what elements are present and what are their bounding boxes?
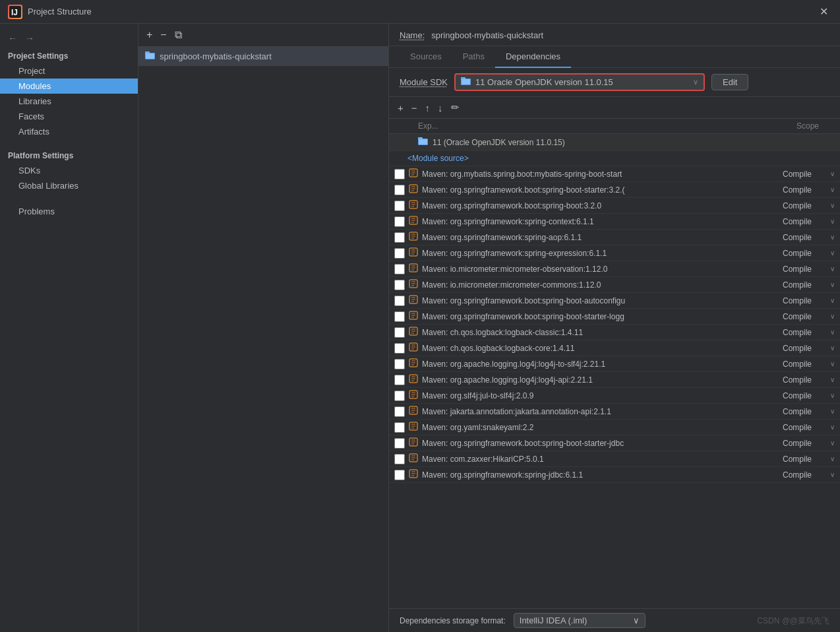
deps-remove-button[interactable]: −: [408, 100, 421, 115]
dep-scope-arrow-4[interactable]: ∨: [830, 234, 835, 241]
dep-row-4[interactable]: Maven: org.springframework:spring-aop:6.…: [389, 230, 840, 245]
dep-checkbox-14[interactable]: [394, 391, 405, 401]
sidebar-item-problems[interactable]: Problems: [0, 204, 138, 219]
dep-row-1[interactable]: Maven: org.springframework.boot:spring-b…: [389, 182, 840, 198]
dep-row-5[interactable]: Maven: org.springframework:spring-expres…: [389, 245, 840, 261]
dep-checkbox-15[interactable]: [394, 406, 405, 417]
tab-dependencies[interactable]: Dependencies: [495, 46, 571, 68]
dep-row-15[interactable]: Maven: jakarta.annotation:jakarta.annota…: [389, 404, 840, 420]
dep-scope-arrow-19[interactable]: ∨: [830, 471, 835, 478]
forward-button[interactable]: →: [22, 32, 37, 45]
dep-row-3[interactable]: Maven: org.springframework:spring-contex…: [389, 214, 840, 230]
dep-scope-arrow-7[interactable]: ∨: [830, 281, 835, 288]
project-structure-dialog: IJ Project Structure ✕ ← → Project Setti…: [0, 0, 840, 632]
dep-row-7[interactable]: Maven: io.micrometer:micrometer-commons:…: [389, 277, 840, 293]
dep-scope-arrow-6[interactable]: ∨: [830, 265, 835, 272]
deps-add-button[interactable]: +: [394, 100, 407, 115]
back-button[interactable]: ←: [5, 32, 20, 45]
dep-scope-arrow-12[interactable]: ∨: [830, 360, 835, 367]
deps-edit-button[interactable]: ✏: [448, 100, 463, 115]
dep-checkbox-11[interactable]: [394, 343, 405, 354]
dep-row-12[interactable]: Maven: org.apache.logging.log4j:log4j-to…: [389, 356, 840, 372]
dep-row-17[interactable]: Maven: org.springframework.boot:spring-b…: [389, 435, 840, 451]
sidebar-item-modules[interactable]: Modules: [0, 79, 138, 94]
deps-up-button[interactable]: ↑: [422, 100, 434, 115]
dep-scope-arrow-14[interactable]: ∨: [830, 392, 835, 399]
dep-scope-arrow-10[interactable]: ∨: [830, 329, 835, 336]
dep-row-6[interactable]: Maven: io.micrometer:micrometer-observat…: [389, 261, 840, 277]
sdk-dropdown[interactable]: 11 Oracle OpenJDK version 11.0.15 ∨: [454, 73, 705, 91]
dep-scope-arrow-2[interactable]: ∨: [830, 202, 835, 209]
dep-checkbox-7[interactable]: [394, 280, 405, 290]
deps-down-button[interactable]: ↓: [435, 100, 446, 115]
dep-scope-19: Compile: [783, 470, 829, 480]
sidebar-item-facets[interactable]: Facets: [0, 109, 138, 124]
storage-format-dropdown[interactable]: IntelliJ IDEA (.iml) ∨: [514, 613, 645, 628]
dep-row-19[interactable]: Maven: org.springframework:spring-jdbc:6…: [389, 467, 840, 483]
dep-scope-arrow-8[interactable]: ∨: [830, 297, 835, 304]
sidebar-item-sdks[interactable]: SDKs: [0, 163, 138, 178]
right-panel: Name: springboot-mybatis-quickstart Sour…: [389, 24, 840, 632]
dep-scope-6: Compile: [783, 265, 829, 274]
dep-scope-arrow-15[interactable]: ∨: [830, 408, 835, 415]
remove-module-button[interactable]: −: [158, 28, 169, 42]
dep-checkbox-19[interactable]: [394, 470, 405, 480]
dep-checkbox-3[interactable]: [394, 216, 405, 227]
jdk-entry-row: 11 (Oracle OpenJDK version 11.0.15): [389, 134, 840, 151]
dep-row-10[interactable]: Maven: ch.qos.logback:logback-classic:1.…: [389, 325, 840, 340]
dep-checkbox-16[interactable]: [394, 422, 405, 433]
dep-scope-arrow-0[interactable]: ∨: [830, 170, 835, 177]
dep-row-14[interactable]: Maven: org.slf4j:jul-to-slf4j:2.0.9 Comp…: [389, 388, 840, 404]
dep-scope-arrow-16[interactable]: ∨: [830, 424, 835, 431]
dep-row-0[interactable]: Maven: org.mybatis.spring.boot:mybatis-s…: [389, 166, 840, 182]
dep-scope-arrow-17[interactable]: ∨: [830, 439, 835, 447]
dep-checkbox-5[interactable]: [394, 248, 405, 259]
dep-checkbox-12[interactable]: [394, 359, 405, 369]
dep-checkbox-4[interactable]: [394, 232, 405, 243]
copy-module-button[interactable]: ⧉: [172, 28, 185, 42]
add-module-button[interactable]: +: [144, 28, 155, 42]
dep-scope-arrow-5[interactable]: ∨: [830, 249, 835, 257]
module-folder-icon: [145, 51, 156, 62]
dep-scope-arrow-11[interactable]: ∨: [830, 344, 835, 352]
deps-header: Exp... Scope: [389, 119, 840, 134]
dep-scope-arrow-3[interactable]: ∨: [830, 218, 835, 225]
dep-checkbox-17[interactable]: [394, 438, 405, 449]
dep-row-9[interactable]: Maven: org.springframework.boot:spring-b…: [389, 309, 840, 325]
tab-sources[interactable]: Sources: [400, 46, 452, 68]
tab-paths[interactable]: Paths: [452, 46, 495, 68]
dep-checkbox-10[interactable]: [394, 327, 405, 338]
sidebar-item-global-libraries[interactable]: Global Libraries: [0, 178, 138, 193]
dep-scope-18: Compile: [783, 455, 829, 464]
dep-row-2[interactable]: Maven: org.springframework.boot:spring-b…: [389, 198, 840, 214]
dep-maven-icon-0: [409, 168, 418, 179]
dep-checkbox-9[interactable]: [394, 311, 405, 322]
dep-checkbox-2[interactable]: [394, 201, 405, 211]
dep-row-11[interactable]: Maven: ch.qos.logback:logback-core:1.4.1…: [389, 340, 840, 356]
dep-maven-icon-7: [409, 279, 418, 290]
dep-scope-arrow-13[interactable]: ∨: [830, 376, 835, 383]
dep-row-8[interactable]: Maven: org.springframework.boot:spring-b…: [389, 293, 840, 309]
dep-row-18[interactable]: Maven: com.zaxxer:HikariCP:5.0.1 Compile…: [389, 451, 840, 467]
sdk-edit-button[interactable]: Edit: [711, 74, 748, 90]
sidebar-item-artifacts[interactable]: Artifacts: [0, 124, 138, 139]
dep-maven-icon-11: [409, 342, 418, 354]
dep-checkbox-13[interactable]: [394, 375, 405, 385]
sidebar-item-project[interactable]: Project: [0, 63, 138, 79]
sidebar-item-libraries[interactable]: Libraries: [0, 94, 138, 109]
dep-maven-icon-15: [409, 406, 418, 417]
dep-checkbox-8[interactable]: [394, 296, 405, 306]
dep-checkbox-1[interactable]: [394, 185, 405, 195]
dep-scope-arrow-18[interactable]: ∨: [830, 455, 835, 462]
dep-checkbox-6[interactable]: [394, 264, 405, 274]
dep-name-1: Maven: org.springframework.boot:spring-b…: [422, 185, 777, 195]
dep-checkbox-0[interactable]: [394, 169, 405, 179]
dep-row-13[interactable]: Maven: org.apache.logging.log4j:log4j-ap…: [389, 372, 840, 388]
module-list-item[interactable]: springboot-mybatis-quickstart: [138, 47, 388, 66]
dep-name-19: Maven: org.springframework:spring-jdbc:6…: [422, 470, 777, 480]
close-button[interactable]: ✕: [816, 4, 832, 19]
dep-scope-arrow-1[interactable]: ∨: [830, 186, 835, 193]
dep-checkbox-18[interactable]: [394, 454, 405, 464]
dep-scope-arrow-9[interactable]: ∨: [830, 313, 835, 320]
dep-row-16[interactable]: Maven: org.yaml:snakeyaml:2.2 Compile ∨: [389, 420, 840, 435]
